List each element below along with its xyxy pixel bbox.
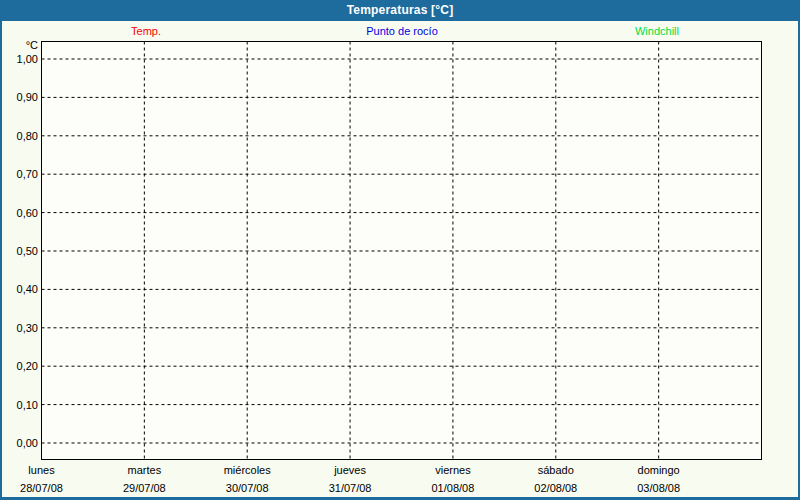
chart-content-area: [2, 21, 798, 497]
weather-chart-window: Temperaturas [°C] °C0,000,100,200,300,40…: [0, 0, 800, 500]
page-title: Temperaturas [°C]: [347, 3, 454, 17]
window-title-bar: Temperaturas [°C]: [0, 0, 800, 21]
